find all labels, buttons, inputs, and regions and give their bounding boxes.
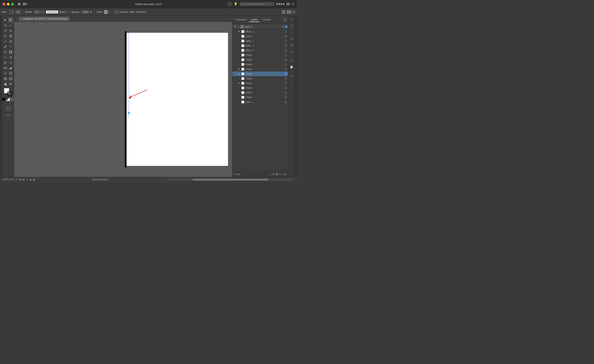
pencil-tool[interactable] bbox=[3, 44, 8, 49]
workspace-switcher[interactable]: ▾ bbox=[23, 3, 28, 5]
rps-copy-icon[interactable]: ⎘ bbox=[289, 58, 294, 63]
layer-item-4[interactable]: 👁 <Rect...> bbox=[232, 48, 288, 53]
color-mode-btn[interactable] bbox=[2, 97, 6, 101]
zoom-to-selection-icon[interactable]: ⊕ bbox=[272, 173, 275, 176]
rps-type-align-icon[interactable]: aA bbox=[289, 43, 294, 47]
layer-circle-8[interactable] bbox=[285, 68, 287, 70]
print-tiling-tool[interactable] bbox=[8, 76, 13, 81]
layer-item-10[interactable]: 👁 <Path> bbox=[232, 76, 288, 81]
canvas-area[interactable]: ⟨⟩ × Untitled-1* @ 25772.1 % (CMYK/Previ… bbox=[14, 16, 232, 177]
draw-mode-selector[interactable]: ▾ bbox=[16, 10, 20, 14]
rps-paste-icon[interactable]: 📋 bbox=[289, 65, 294, 69]
make-sublayer-icon[interactable]: ⬡ bbox=[270, 173, 272, 176]
maximize-button[interactable] bbox=[11, 3, 14, 6]
scrollbar-thumb[interactable] bbox=[192, 179, 268, 181]
new-layer-icon[interactable]: + bbox=[282, 173, 283, 176]
page-input[interactable] bbox=[25, 178, 29, 181]
last-page-btn[interactable]: ▶| bbox=[33, 178, 36, 181]
layer-lock-circle[interactable] bbox=[282, 26, 284, 28]
next-page-btn[interactable]: ▶ bbox=[30, 178, 33, 181]
measure-tool[interactable] bbox=[8, 60, 13, 65]
rps-export-icon[interactable]: ↑ bbox=[289, 87, 294, 91]
layer-eye-11[interactable]: 👁 bbox=[237, 82, 240, 85]
layer-circle-10[interactable] bbox=[285, 77, 287, 80]
close-button[interactable] bbox=[3, 3, 5, 6]
curvature-tool[interactable] bbox=[8, 23, 13, 28]
line-tool[interactable] bbox=[3, 39, 8, 44]
lightbulb-icon[interactable]: 💡 bbox=[234, 2, 237, 6]
minimize-button[interactable] bbox=[7, 3, 10, 6]
collect-in-new-layer-icon[interactable]: ☐ bbox=[279, 173, 281, 176]
document-tab[interactable]: × Untitled-1* @ 25772.1 % (CMYK/Preview) bbox=[19, 17, 70, 21]
stroke-swatch[interactable] bbox=[7, 92, 12, 96]
selection-tool[interactable] bbox=[3, 18, 8, 23]
slice-tool[interactable] bbox=[3, 76, 8, 81]
rect-tool[interactable] bbox=[8, 39, 13, 44]
layer-item-2[interactable]: 👁 <Ellip...> bbox=[232, 39, 288, 43]
view-mode-btn[interactable] bbox=[4, 106, 12, 111]
panel-tabs-menu[interactable]: ☰ bbox=[284, 18, 286, 21]
paint-bucket-tool[interactable] bbox=[8, 28, 13, 33]
overflow-menu-icon[interactable]: ☰ bbox=[292, 10, 295, 14]
menu-icon[interactable]: ☰ bbox=[292, 2, 294, 6]
type-tool[interactable]: T bbox=[3, 34, 8, 39]
layer-item-15[interactable]: 👁 <Link...> bbox=[232, 100, 288, 104]
rps-circle-icon[interactable]: ○ bbox=[289, 30, 294, 34]
layer-circle-3[interactable] bbox=[285, 45, 287, 47]
rps-grid-icon[interactable]: ⊞ bbox=[289, 74, 294, 79]
panel-right-arrow[interactable]: ⟨⟩ bbox=[229, 18, 230, 20]
shape-selector[interactable]: ▾ bbox=[9, 10, 14, 14]
rps-artboard-icon[interactable]: ☐ bbox=[289, 80, 294, 85]
layer-circle-2[interactable] bbox=[285, 40, 287, 42]
layer-circle-6[interactable] bbox=[285, 59, 287, 61]
layer-circle-13[interactable] bbox=[285, 92, 287, 94]
view-toggle-icon[interactable] bbox=[287, 10, 291, 14]
arrange-view-icon[interactable] bbox=[282, 10, 285, 14]
rotate-tool[interactable] bbox=[3, 49, 8, 55]
direct-selection-tool[interactable] bbox=[8, 18, 13, 23]
layer-item-0[interactable]: 👁 <Rect...> bbox=[232, 29, 288, 34]
fullscreen-icon[interactable] bbox=[228, 2, 232, 6]
pen-tool[interactable] bbox=[3, 23, 8, 28]
zoom-select[interactable]: 25772.19 bbox=[2, 178, 15, 181]
layer-group-header[interactable]: 👁 ▼ Layer 1 bbox=[232, 24, 288, 29]
stroke-weight-spinner[interactable]: ▲ ▼ bbox=[42, 10, 43, 14]
rps-target-icon[interactable]: ◎ bbox=[289, 36, 294, 41]
transform-label[interactable]: Transform bbox=[136, 11, 146, 13]
tool-arrow-expand[interactable]: ▶ bbox=[108, 179, 109, 181]
layer-item-1[interactable]: 👁 <Line> bbox=[232, 34, 288, 39]
search-bar[interactable] bbox=[240, 2, 274, 6]
layer-item-14[interactable]: 👁 <Path> bbox=[232, 95, 288, 100]
layer-item-13[interactable]: 👁 <Path> bbox=[232, 90, 288, 95]
style-expand[interactable]: ▾ bbox=[109, 11, 110, 13]
layer-circle-15[interactable] bbox=[285, 101, 287, 103]
layer-item-8[interactable]: 👁 <Path> bbox=[232, 67, 288, 72]
layer-circle-9[interactable] bbox=[282, 73, 284, 75]
layer-eye-8[interactable]: 👁 bbox=[237, 68, 240, 71]
rps-paragraph-icon[interactable]: ¶ bbox=[289, 23, 294, 28]
none-mode-btn[interactable] bbox=[10, 97, 14, 101]
layer-item-7[interactable]: 👁 <Path> bbox=[232, 62, 288, 67]
horizontal-scrollbar[interactable] bbox=[167, 179, 294, 181]
opacity-input[interactable] bbox=[81, 10, 89, 14]
panel-left-arrow[interactable]: ⟨⟩ bbox=[16, 18, 18, 20]
layer-item-12[interactable]: 👁 <Path> bbox=[232, 86, 288, 90]
first-page-btn[interactable]: |◀ bbox=[19, 178, 22, 181]
stroke-style-selector[interactable]: Basic ▾ bbox=[60, 11, 67, 13]
search-input[interactable] bbox=[245, 3, 272, 5]
layer-item-11[interactable]: 👁 <Path> bbox=[232, 81, 288, 86]
layer-circle-1[interactable] bbox=[285, 35, 287, 37]
layer-item-9[interactable]: 👁 <Path> bbox=[232, 72, 288, 76]
layer-circle-14[interactable] bbox=[285, 96, 287, 98]
layer-circle-5[interactable] bbox=[285, 54, 287, 56]
style-swatch[interactable] bbox=[104, 10, 108, 14]
layer-item-6[interactable]: 👁 <Path> bbox=[232, 57, 288, 62]
layer-item-5[interactable]: 👁 <Path> bbox=[232, 53, 288, 57]
layer-eye-9[interactable]: 👁 bbox=[237, 72, 240, 75]
smooth-tool[interactable] bbox=[8, 44, 13, 49]
more-tools-btn[interactable]: ••• bbox=[6, 113, 10, 117]
globe-icon[interactable]: ⊕ bbox=[115, 10, 118, 14]
free-transform-tool[interactable] bbox=[8, 49, 13, 55]
opacity-expand[interactable]: ▶ bbox=[90, 11, 92, 13]
panel-layout-icon[interactable] bbox=[287, 3, 290, 5]
